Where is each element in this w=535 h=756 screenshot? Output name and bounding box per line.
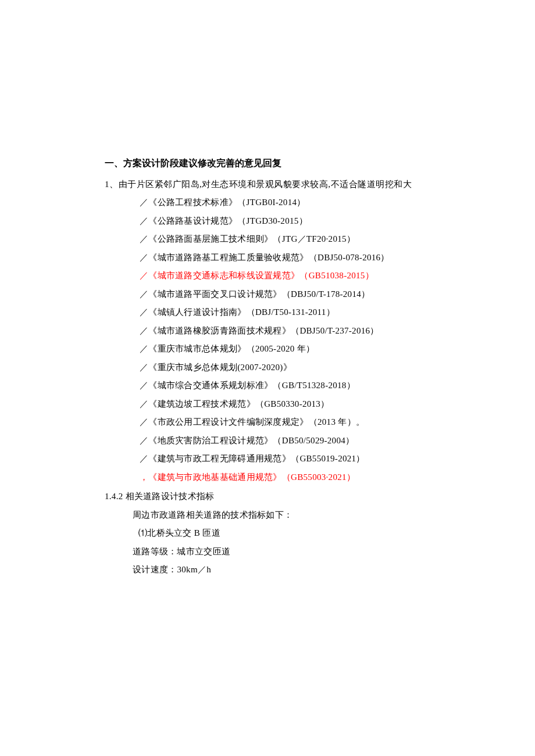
standard-item: ，《建筑与市政地基基础通用规范》（GB55003·2021） [105, 468, 430, 487]
section-heading: 一、方案设计阶段建议修改完善的意见回复 [105, 154, 430, 173]
standard-item: ／《重庆市城市总体规划》（2005-2020 年） [105, 340, 430, 359]
standard-item: ／《城市道路路基工程施工质量验收规范》（DBJ50-078-2016） [105, 249, 430, 267]
standards-list: ／《公路工程技术标准》（JTGB0I-2014）／《公路路基设计规范》（JTGD… [105, 194, 430, 486]
standard-item: ／《城市道路平面交叉口设计规范》（DBJ50/T-178-2014） [105, 285, 430, 304]
standard-item: ／《市政公用工程设计文件编制深度规定》（2013 年）。 [105, 413, 430, 432]
design-speed: 设计速度：30km／h [105, 561, 430, 579]
road-grade: 道路等级：城市立交匝道 [105, 543, 430, 561]
standard-item: ／《公路工程技术标准》（JTGB0I-2014） [105, 194, 430, 212]
standard-item: ／《重庆市城乡总体规划(2007-2020)》 [105, 359, 430, 377]
standard-item: ／《建筑与市政工程无障碍通用规范》（GB55019-2021） [105, 450, 430, 468]
standard-item: ／《城市道路交通标志和标线设置规范》（GB51038-2015） [105, 267, 430, 285]
standard-item: ／《城镇人行道设计指南》（DBJ/T50-131-2011） [105, 303, 430, 322]
intro-paragraph: 1、由于片区紧邻广阳岛,对生态环境和景观风貌要求较高,不适合隧道明挖和大 [105, 175, 430, 194]
subsection-number: 1.4.2 相关道路设计技术指标 [105, 488, 430, 506]
standard-item: ／《城市综合交通体系规划标准》（GB/T51328-2018） [105, 377, 430, 395]
standard-item: ／《建筑边坡工程技术规范》（GB50330-2013） [105, 395, 430, 414]
standard-item: ／《公路路基设计规范》（JTGD30-2015） [105, 212, 430, 231]
standard-item: ／《城市道路橡胶沥青路面技术规程》（DBJ50/T-237-2016） [105, 322, 430, 341]
standard-item: ／《地质灾害防治工程设计规范》（DB50/5029-2004） [105, 432, 430, 450]
subsection-intro: 周边市政道路相关道路的技术指标如下： [105, 506, 430, 525]
item-label: ⑴北桥头立交 B 匝道 [105, 524, 430, 543]
standard-item: ／《公路路面基层施工技术细则》（JTG／TF20·2015） [105, 230, 430, 249]
